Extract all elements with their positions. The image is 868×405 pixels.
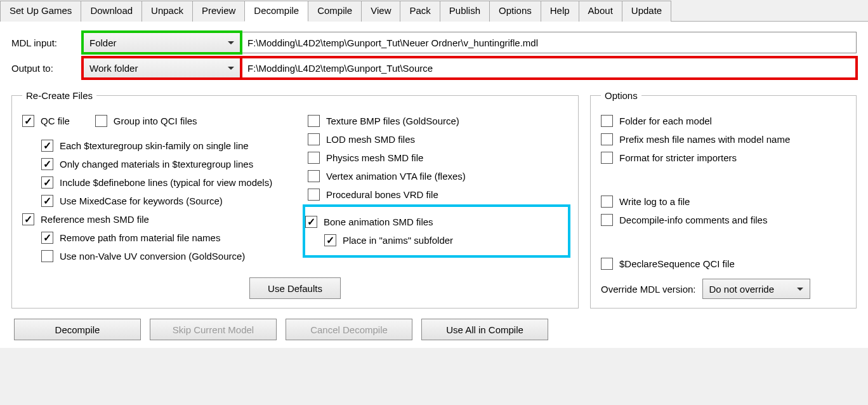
checkbox-icon[interactable] bbox=[95, 115, 107, 127]
checkbox-row[interactable]: Folder for each model bbox=[601, 115, 846, 127]
checkbox-label: Only changed materials in $texturegroup … bbox=[60, 159, 253, 169]
checkbox-row[interactable]: Texture BMP files (GoldSource) bbox=[308, 115, 568, 127]
tab-view[interactable]: View bbox=[361, 1, 400, 22]
checkbox-icon[interactable] bbox=[601, 133, 613, 145]
override-mdl-label: Override MDL version: bbox=[601, 284, 696, 295]
skip-current-model-button: Skip Current Model bbox=[150, 319, 277, 340]
checkbox-row[interactable]: Each $texturegroup skin-family on single… bbox=[41, 140, 282, 152]
tab-update[interactable]: Update bbox=[622, 1, 671, 22]
checkbox-label: Use non-Valve UV conversion (GoldSource) bbox=[60, 251, 245, 262]
checkbox-icon[interactable] bbox=[308, 189, 320, 201]
checkbox-icon[interactable] bbox=[601, 196, 613, 208]
tab-help[interactable]: Help bbox=[541, 1, 579, 22]
checkbox-row[interactable]: Remove path from material file names bbox=[41, 232, 282, 244]
checkbox-row[interactable]: QC file bbox=[22, 115, 70, 127]
tab-pack[interactable]: Pack bbox=[400, 1, 440, 22]
tab-set-up-games[interactable]: Set Up Games bbox=[0, 1, 81, 22]
output-path[interactable]: F:\Modding\L4D2\temp\Gunport_Tut\Source bbox=[241, 57, 857, 79]
cancel-decompile-button: Cancel Decompile bbox=[286, 319, 412, 340]
checkbox-label: Prefix mesh file names with model name bbox=[619, 134, 790, 145]
tab-decompile[interactable]: Decompile bbox=[244, 1, 308, 22]
checkbox-row[interactable]: Procedural bones VRD file bbox=[308, 189, 568, 201]
checkbox-icon[interactable] bbox=[22, 115, 34, 127]
checkbox-row[interactable]: Format for stricter importers bbox=[601, 152, 846, 164]
checkbox-label: Reference mesh SMD file bbox=[41, 214, 149, 225]
checkbox-row[interactable]: Only changed materials in $texturegroup … bbox=[41, 158, 282, 170]
checkbox-label: Format for stricter importers bbox=[619, 152, 737, 163]
checkbox-row[interactable]: Bone animation SMD files bbox=[305, 216, 562, 228]
checkbox-icon[interactable] bbox=[41, 158, 53, 170]
checkbox-icon[interactable] bbox=[601, 214, 613, 226]
checkbox-row[interactable]: Vertex animation VTA file (flexes) bbox=[308, 170, 568, 182]
tab-unpack[interactable]: Unpack bbox=[141, 1, 193, 22]
mdl-input-path[interactable]: F:\Modding\L4D2\temp\Gunport_Tut\Neuer O… bbox=[241, 32, 857, 53]
checkbox-label: Folder for each model bbox=[619, 116, 712, 126]
checkbox-label: Procedural bones VRD file bbox=[326, 189, 438, 200]
checkbox-label: Include $definebone lines (typical for v… bbox=[60, 177, 272, 188]
checkbox-icon[interactable] bbox=[41, 232, 53, 244]
tab-compile[interactable]: Compile bbox=[308, 1, 362, 22]
checkbox-row[interactable]: Place in "anims" subfolder bbox=[324, 234, 562, 246]
checkbox-icon[interactable] bbox=[41, 250, 53, 262]
checkbox-label: Vertex animation VTA file (flexes) bbox=[326, 171, 466, 182]
checkbox-row[interactable]: Use non-Valve UV conversion (GoldSource) bbox=[41, 250, 282, 262]
checkbox-label: $DeclareSequence QCI file bbox=[619, 258, 735, 269]
mdl-input-label: MDL input: bbox=[11, 37, 82, 48]
checkbox-label: Use MixedCase for keywords (Source) bbox=[60, 196, 223, 206]
checkbox-icon[interactable] bbox=[308, 133, 320, 145]
checkbox-label: Decompile-info comments and files bbox=[619, 215, 767, 225]
output-to-label: Output to: bbox=[11, 63, 82, 74]
checkbox-icon[interactable] bbox=[41, 195, 53, 207]
checkbox-row[interactable]: Use MixedCase for keywords (Source) bbox=[41, 195, 282, 207]
tab-preview[interactable]: Preview bbox=[192, 1, 245, 22]
checkbox-label: Each $texturegroup skin-family on single… bbox=[60, 140, 249, 151]
checkbox-label: Place in "anims" subfolder bbox=[343, 235, 453, 246]
checkbox-row[interactable]: Physics mesh SMD file bbox=[308, 152, 568, 164]
checkbox-icon[interactable] bbox=[22, 213, 34, 225]
checkbox-row[interactable]: LOD mesh SMD files bbox=[308, 133, 568, 145]
recreate-legend: Re-Create Files bbox=[22, 90, 96, 101]
checkbox-icon[interactable] bbox=[308, 170, 320, 182]
checkbox-label: Group into QCI files bbox=[114, 116, 197, 126]
checkbox-row[interactable]: Reference mesh SMD file bbox=[22, 213, 282, 225]
checkbox-label: Bone animation SMD files bbox=[324, 216, 433, 227]
output-type-dropdown[interactable]: Work folder bbox=[82, 57, 241, 79]
checkbox-icon[interactable] bbox=[601, 152, 613, 164]
tab-publish[interactable]: Publish bbox=[440, 1, 490, 22]
checkbox-label: Remove path from material file names bbox=[60, 232, 220, 243]
options-legend: Options bbox=[601, 90, 641, 101]
checkbox-icon[interactable] bbox=[305, 216, 317, 228]
use-defaults-button[interactable]: Use Defaults bbox=[249, 277, 341, 299]
override-mdl-dropdown[interactable]: Do not override bbox=[702, 279, 810, 299]
checkbox-row[interactable]: Decompile-info comments and files bbox=[601, 214, 846, 226]
checkbox-icon[interactable] bbox=[41, 140, 53, 152]
checkbox-icon[interactable] bbox=[41, 176, 53, 189]
checkbox-row[interactable]: $DeclareSequence QCI file bbox=[601, 258, 846, 270]
checkbox-icon[interactable] bbox=[308, 115, 320, 127]
checkbox-row[interactable]: Group into QCI files bbox=[95, 115, 197, 127]
tab-options[interactable]: Options bbox=[489, 1, 541, 22]
checkbox-row[interactable]: Include $definebone lines (typical for v… bbox=[41, 176, 282, 189]
use-all-in-compile-button[interactable]: Use All in Compile bbox=[421, 319, 548, 340]
mdl-input-type-dropdown[interactable]: Folder bbox=[82, 32, 241, 53]
checkbox-row[interactable]: Prefix mesh file names with model name bbox=[601, 133, 846, 145]
tab-about[interactable]: About bbox=[579, 1, 622, 22]
checkbox-icon[interactable] bbox=[601, 258, 613, 270]
checkbox-label: Write log to a file bbox=[619, 196, 690, 207]
checkbox-icon[interactable] bbox=[324, 234, 336, 246]
checkbox-row[interactable]: Write log to a file bbox=[601, 196, 846, 208]
checkbox-icon[interactable] bbox=[601, 115, 613, 127]
checkbox-label: LOD mesh SMD files bbox=[326, 134, 415, 145]
decompile-button[interactable]: Decompile bbox=[14, 319, 141, 340]
checkbox-label: QC file bbox=[41, 116, 70, 126]
checkbox-label: Texture BMP files (GoldSource) bbox=[326, 116, 459, 126]
checkbox-label: Physics mesh SMD file bbox=[326, 152, 423, 163]
checkbox-icon[interactable] bbox=[308, 152, 320, 164]
tab-download[interactable]: Download bbox=[81, 1, 142, 22]
